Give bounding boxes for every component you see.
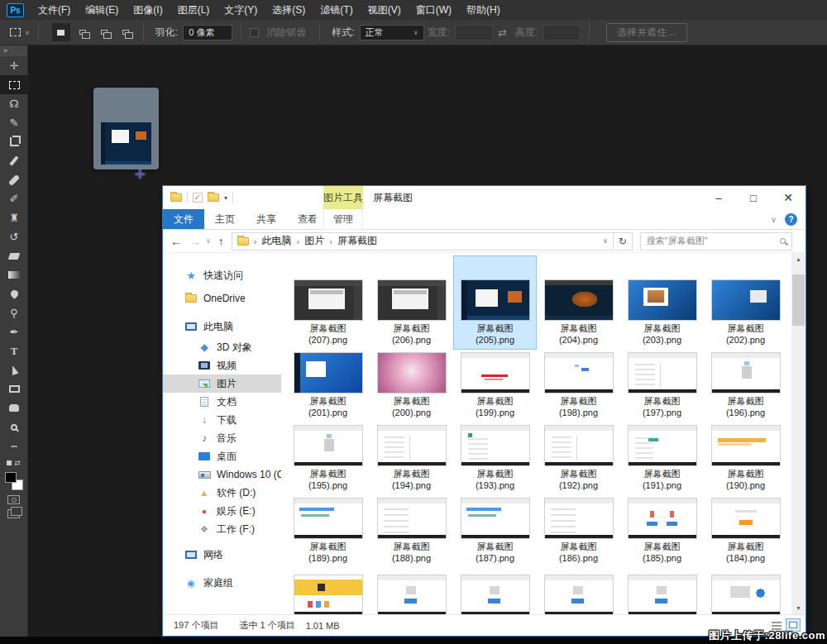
breadcrumb-item[interactable]: 屏幕截图 — [337, 234, 377, 248]
menubar-item[interactable]: 图层(L) — [170, 0, 218, 20]
breadcrumb-item[interactable]: 此电脑 — [262, 234, 292, 248]
close-button[interactable]: ✕ — [771, 186, 805, 209]
tab-管理[interactable]: 管理 — [323, 209, 363, 230]
file-item[interactable]: 屏幕截图 (184).png — [705, 494, 786, 567]
menubar-item[interactable]: 选择(S) — [265, 0, 313, 20]
menubar-item[interactable]: 视图(V) — [361, 0, 409, 20]
foreground-color-swatch[interactable] — [5, 472, 17, 483]
menubar-item[interactable]: 帮助(H) — [459, 0, 508, 20]
collapse-ribbon-chevron-icon[interactable]: ∨ — [771, 215, 777, 224]
sidebar-item-this-pc-monitor[interactable]: 此电脑 — [163, 315, 281, 338]
healing-brush-tool[interactable] — [0, 170, 28, 189]
sidebar-item-drive-e[interactable]: ●娱乐 (E:) — [163, 502, 281, 520]
type-tool[interactable]: T — [0, 341, 28, 360]
file-item[interactable]: 屏幕截图 (202).png — [705, 256, 786, 349]
tool-preset-picker[interactable]: ∨ — [10, 28, 30, 36]
style-dropdown[interactable]: 正常 ∨ — [360, 25, 424, 41]
sidebar-item-quick-access-star[interactable]: ★快速访问 — [163, 264, 281, 287]
file-item[interactable]: 屏幕截图 (192).png — [538, 422, 619, 494]
breadcrumb-item[interactable]: 图片 — [304, 234, 324, 248]
height-input[interactable] — [543, 25, 581, 41]
file-item[interactable] — [287, 567, 369, 614]
file-item[interactable] — [538, 567, 619, 614]
file-item[interactable]: 屏幕截图 (189).png — [287, 494, 369, 567]
file-item[interactable]: 屏幕截图 (191).png — [621, 422, 703, 494]
sidebar-item-homegroup[interactable]: ◉家庭组 — [163, 571, 281, 594]
dodge-tool[interactable]: ⚲ — [0, 303, 28, 322]
file-item[interactable]: 屏幕截图 (196).png — [705, 349, 786, 422]
menubar-item[interactable]: 编辑(E) — [78, 0, 126, 20]
menubar-item[interactable]: 文字(Y) — [217, 0, 265, 20]
file-item[interactable] — [454, 567, 536, 614]
eraser-tool[interactable] — [0, 246, 28, 265]
file-item[interactable]: 屏幕截图 (206).png — [370, 256, 452, 349]
file-item[interactable]: 屏幕截图 (205).png — [454, 256, 536, 349]
file-item[interactable] — [621, 567, 703, 614]
refresh-button[interactable]: ↻ — [614, 232, 633, 250]
zoom-tool[interactable] — [0, 417, 28, 436]
back-button[interactable]: ← — [170, 235, 182, 248]
address-dropdown-icon[interactable]: ∨ — [603, 237, 608, 245]
scroll-up-button[interactable]: ▲ — [791, 253, 805, 265]
menubar-item[interactable]: 窗口(W) — [409, 0, 459, 20]
file-item[interactable]: 屏幕截图 (201).png — [287, 349, 369, 422]
file-list-area[interactable]: 屏幕截图 (207).png屏幕截图 (206).png屏幕截图 (205).p… — [281, 253, 791, 614]
more-tools-ellipsis[interactable]: ••• — [0, 436, 28, 456]
file-item[interactable]: 屏幕截图 (207).png — [287, 256, 369, 349]
scrollbar[interactable]: ▲ ▼ — [791, 253, 805, 614]
file-item[interactable]: 屏幕截图 (198).png — [538, 349, 619, 422]
file-item[interactable] — [370, 567, 452, 614]
rectangular-marquee-tool[interactable] — [0, 75, 28, 94]
help-icon[interactable]: ? — [785, 213, 797, 226]
sidebar-item-3d-objects[interactable]: ◆3D 对象 — [163, 338, 281, 356]
sidebar-item-downloads[interactable]: ↓下载 — [163, 411, 281, 429]
pen-tool[interactable]: ✒ — [0, 322, 28, 341]
scrollbar-thumb[interactable] — [792, 274, 805, 326]
swap-width-height-icon[interactable]: ⇄ — [498, 26, 507, 39]
file-item[interactable]: 屏幕截图 (204).png — [538, 256, 619, 349]
blur-tool[interactable] — [0, 284, 28, 303]
screen-mode-button[interactable] — [7, 509, 20, 518]
search-input[interactable]: 搜索"屏幕截图" — [640, 232, 792, 250]
antialias-checkbox[interactable] — [250, 28, 259, 37]
file-item[interactable]: 屏幕截图 (194).png — [370, 422, 452, 494]
eyedropper-tool[interactable] — [0, 151, 28, 170]
file-item[interactable]: 屏幕截图 (190).png — [705, 422, 786, 494]
customize-qat-chevron-icon[interactable]: ▾ — [224, 194, 227, 202]
address-breadcrumb-bar[interactable]: ›此电脑›图片›屏幕截图 ∨ — [232, 232, 614, 250]
scroll-down-button[interactable]: ▼ — [791, 602, 805, 614]
tab-文件[interactable]: 文件 — [163, 209, 204, 229]
file-item[interactable]: 屏幕截图 (199).png — [454, 349, 536, 422]
feather-input[interactable]: 0 像素 — [183, 25, 232, 41]
file-item[interactable]: 屏幕截图 (185).png — [621, 494, 703, 567]
sidebar-item-onedrive-folder[interactable]: OneDrive — [163, 287, 281, 310]
file-item[interactable]: 屏幕截图 (193).png — [454, 422, 536, 494]
sidebar-item-network[interactable]: 网络 — [163, 543, 281, 566]
file-item[interactable]: 屏幕截图 (188).png — [370, 494, 452, 567]
menubar-item[interactable]: 文件(F) — [31, 0, 78, 20]
file-item[interactable]: 屏幕截图 (200).png — [370, 349, 452, 422]
maximize-button[interactable]: □ — [736, 186, 771, 209]
sidebar-item-videos[interactable]: 视频 — [163, 356, 281, 374]
width-input[interactable] — [455, 25, 493, 41]
properties-check-icon[interactable]: ✓ — [193, 193, 203, 203]
shape-tool[interactable] — [0, 379, 28, 398]
history-dropdown-icon[interactable]: ∨ — [206, 237, 211, 245]
menubar-item[interactable]: 图像(I) — [126, 0, 170, 20]
quick-selection-tool[interactable]: ✎ — [0, 113, 28, 132]
select-and-mask-button[interactable]: 选择并遮住… — [606, 23, 687, 42]
gradient-tool[interactable] — [0, 265, 28, 284]
new-selection-button[interactable] — [52, 23, 70, 41]
file-item[interactable] — [705, 567, 786, 614]
file-item[interactable]: 屏幕截图 (203).png — [621, 256, 703, 349]
brush-tool[interactable]: ✐ — [0, 189, 28, 208]
sidebar-item-music[interactable]: ♪音乐 — [163, 429, 281, 447]
sidebar-item-documents[interactable]: 文档 — [163, 393, 281, 411]
subtract-from-selection-button[interactable] — [95, 23, 113, 41]
path-selection-tool[interactable] — [0, 360, 28, 379]
hand-tool[interactable] — [0, 398, 28, 417]
folder-icon[interactable] — [170, 193, 182, 202]
color-swatches[interactable] — [4, 472, 24, 490]
swap-colors-mini-icon[interactable]: ⇄ — [7, 459, 21, 467]
history-brush-tool[interactable]: ↺ — [0, 227, 28, 246]
